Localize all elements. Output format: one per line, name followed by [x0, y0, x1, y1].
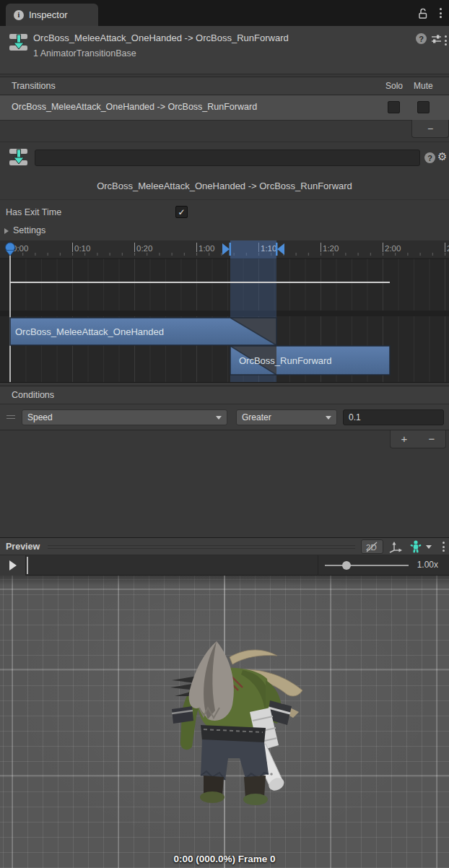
destination-block-label: OrcBoss_RunForward — [239, 355, 332, 366]
condition-parameter-dropdown[interactable]: Speed — [22, 409, 227, 425]
transition-name-input[interactable] — [35, 149, 420, 166]
solo-checkbox[interactable] — [388, 101, 400, 113]
add-condition-button[interactable]: + — [391, 430, 418, 448]
2d-slashed-icon: 2D — [365, 542, 380, 552]
condition-parameter-value: Speed — [27, 412, 53, 422]
source-block-label: OrcBoss_MeleeAttack_OneHanded — [15, 326, 164, 337]
ruler-label: 1:20 — [323, 244, 339, 253]
transitions-section-header: Transitions Solo Mute — [0, 77, 449, 95]
settings-foldout-label[interactable]: Settings — [13, 225, 45, 235]
avatar-icon[interactable] — [409, 539, 422, 554]
tab-kebab-menu-icon[interactable] — [440, 8, 442, 18]
condition-list-footer: + − — [390, 430, 446, 448]
mute-column-label: Mute — [414, 81, 433, 91]
chevron-down-icon — [216, 416, 222, 420]
conditions-title: Conditions — [12, 390, 54, 400]
preview-title: Preview — [6, 542, 40, 552]
preview-kebab-menu-icon[interactable] — [443, 542, 445, 552]
condition-operator-value: Greater — [242, 412, 271, 422]
ruler-label: 2:00 — [385, 244, 401, 253]
has-exit-time-label: Has Exit Time — [6, 207, 61, 217]
transition-detail-icon — [9, 148, 29, 167]
transition-timeline[interactable]: 0:00 0:10 0:20 1:00 1:10 1:20 2:00 2:10 — [0, 240, 449, 383]
detail-help-icon[interactable]: ? — [424, 152, 435, 163]
remove-transition-button[interactable]: − — [411, 120, 449, 138]
preview-header[interactable]: Preview 2D — [0, 537, 449, 555]
drag-handle-icon[interactable] — [6, 415, 15, 419]
help-icon[interactable]: ? — [416, 33, 427, 44]
preview-status-text: 0:00 (000.0%) Frame 0 — [0, 854, 449, 864]
ruler-label: 1:00 — [199, 244, 214, 253]
transition-asset-icon — [9, 33, 29, 52]
horn — [230, 650, 277, 664]
preview-playbar: 1.00x — [0, 555, 449, 576]
asset-title: OrcBoss_MeleeAttack_OneHanded -> OrcBoss… — [33, 32, 289, 43]
gear-icon[interactable]: ⚙ — [437, 150, 447, 163]
solo-column-label: Solo — [385, 81, 403, 91]
section-divider — [0, 142, 449, 142]
unlock-icon[interactable] — [417, 8, 429, 19]
chevron-down-icon — [326, 416, 331, 420]
preview-viewport[interactable]: 0:00 (000.0%) Frame 0 — [0, 576, 449, 868]
asset-header: OrcBoss_MeleeAttack_OneHanded -> OrcBoss… — [0, 26, 449, 74]
ruler-label: 0:10 — [74, 244, 90, 253]
asset-kebab-menu-icon[interactable] — [445, 35, 447, 45]
preview-2d-toggle-button[interactable]: 2D — [361, 539, 383, 554]
avatar-dropdown-caret-icon[interactable] — [426, 545, 432, 549]
preview-resize-handle[interactable] — [48, 545, 355, 549]
asset-subtitle: 1 AnimatorTransitionBase — [33, 48, 136, 58]
transitions-title: Transitions — [12, 81, 56, 91]
timeline-block-destination[interactable]: OrcBoss_RunForward — [230, 346, 390, 375]
foot — [243, 794, 268, 805]
conditions-section-header: Conditions — [0, 386, 449, 404]
info-icon: i — [14, 10, 24, 20]
ruler-label: 1:10 — [261, 244, 276, 253]
condition-row[interactable]: Speed Greater 0.1 — [0, 404, 449, 430]
pivot-axis-icon[interactable] — [387, 541, 404, 553]
has-exit-time-checkbox[interactable]: ✓ — [175, 206, 188, 218]
speed-value: 1.00x — [0, 560, 438, 570]
foot — [200, 791, 224, 803]
mute-checkbox[interactable] — [417, 101, 430, 113]
presets-icon[interactable] — [431, 34, 442, 44]
tab-title: Inspector — [29, 9, 67, 20]
condition-threshold-input[interactable]: 0.1 — [343, 409, 444, 425]
transition-list-row[interactable]: OrcBoss_MeleeAttack_OneHanded -> OrcBoss… — [0, 95, 449, 120]
timeline-block-source[interactable]: OrcBoss_MeleeAttack_OneHanded — [10, 318, 276, 345]
transition-row-label: OrcBoss_MeleeAttack_OneHanded -> OrcBoss… — [12, 102, 257, 112]
transition-detail-title: OrcBoss_MeleeAttack_OneHanded -> OrcBoss… — [0, 181, 449, 191]
tab-bar: i Inspector — [0, 0, 449, 26]
remove-condition-button[interactable]: − — [418, 430, 445, 448]
tab-inspector[interactable]: i Inspector — [6, 4, 98, 26]
orc-character-model[interactable] — [157, 633, 309, 806]
settings-foldout-icon[interactable] — [4, 228, 9, 234]
inspector-window: i Inspector OrcBoss_MeleeAttack_OneHande… — [0, 0, 449, 868]
ruler-label: 0:20 — [136, 244, 152, 253]
divider — [0, 199, 449, 200]
list-divider — [0, 120, 449, 121]
armband — [172, 706, 193, 724]
pants — [201, 739, 269, 780]
condition-operator-dropdown[interactable]: Greater — [236, 409, 337, 425]
